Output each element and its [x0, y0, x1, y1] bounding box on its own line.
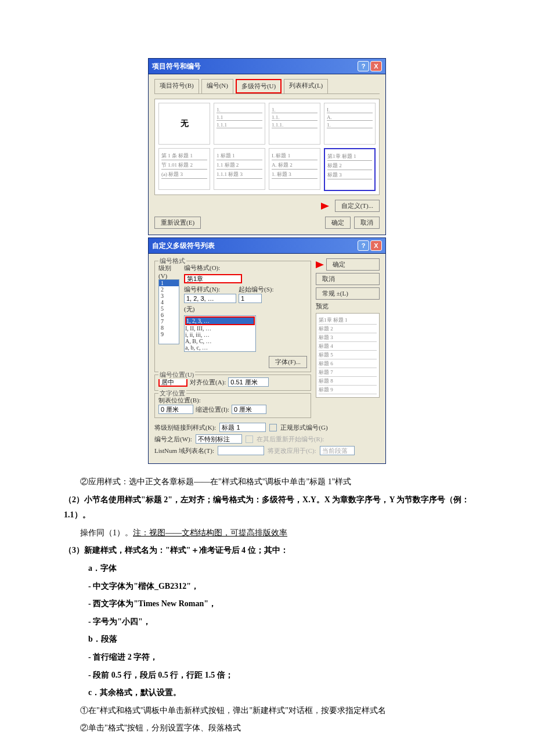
- toggle-normal-button[interactable]: 常规 ±(L): [316, 287, 380, 300]
- para-c-default: c．其余格式，默认设置。: [64, 685, 470, 701]
- font-button[interactable]: 字体(F)...: [269, 356, 307, 368]
- close-icon[interactable]: X: [370, 240, 382, 251]
- cancel-button[interactable]: 取消: [316, 273, 380, 285]
- preview-box: 第1章 标题 1 标题 2 标题 3 标题 4 标题 5 标题 6 标题 7 标…: [316, 313, 380, 398]
- reset-button[interactable]: 重新设置(E): [154, 217, 201, 229]
- para-step2: （2）小节名使用样式"标题 2"，左对齐；编号格式为：多级符号，X.Y。X 为章…: [64, 492, 470, 523]
- cell-r2c4-selected[interactable]: 第1章 标题 1 标题 2 标题 3: [324, 148, 376, 191]
- ok-button[interactable]: 确定: [325, 217, 351, 229]
- para-size: - 字号为"小四"，: [64, 614, 470, 630]
- tab-bullets[interactable]: 项目符号(B): [154, 79, 199, 93]
- para-newstyle-step1: ①在"样式和格式"调板中单击新样式按钮，弹出"新建样式"对话框，按要求指定样式名: [64, 703, 470, 719]
- tab-outline[interactable]: 多级符号(U): [236, 79, 282, 93]
- ok-button[interactable]: 确定: [326, 258, 380, 271]
- dialog2-titlebar: 自定义多级符号列表 ? X: [149, 238, 385, 254]
- para-newstyle-step2: ②单击"格式"按钮，分别设置字体、段落格式: [64, 721, 470, 736]
- restart-checkbox[interactable]: [246, 435, 253, 443]
- follow-number-select[interactable]: [196, 434, 242, 444]
- indent-input[interactable]: [232, 405, 266, 414]
- para-b-paragraph: b．段落: [64, 632, 470, 647]
- number-format-input[interactable]: [184, 274, 242, 283]
- close-icon[interactable]: X: [370, 61, 382, 71]
- cell-r1c3[interactable]: 1. 1.1. 1.1.1.: [269, 103, 320, 145]
- cell-r2c3[interactable]: I. 标题 1 A. 标题 2 1. 标题 3: [269, 148, 320, 190]
- para-op-note: 操作同（1）。注：视图——文档结构图，可提高排版效率: [64, 525, 470, 541]
- para-spacing: - 段前 0.5 行，段后 0.5 行，行距 1.5 倍；: [64, 668, 470, 683]
- para-step3: （3）新建样式，样式名为："样式"＋准考证号后 4 位；其中：: [64, 543, 470, 559]
- level-list[interactable]: 1 234 567 89: [158, 279, 179, 344]
- dialog1-tabs: 项目符号(B) 编号(N) 多级符号(U) 列表样式(L): [154, 79, 380, 94]
- apply-to-select[interactable]: [320, 446, 355, 455]
- number-style-select[interactable]: [184, 294, 236, 303]
- text-position-group: 文字位置 制表位位置(B): 缩进位置(I):: [154, 393, 311, 418]
- cell-r2c2[interactable]: 1 标题 1 1.1 标题 2 1.1.1 标题 3: [214, 148, 265, 190]
- document-body: ②应用样式：选中正文各章标题——在"样式和格式"调板中单击"标题 1"样式 （2…: [64, 474, 470, 736]
- para-en-font: - 西文字体为"Times New Roman"，: [64, 596, 470, 612]
- cell-r1c2[interactable]: 1. 1.1 1.1.1: [214, 103, 265, 145]
- arrow-icon: [316, 261, 324, 268]
- link-style-select[interactable]: [219, 423, 266, 432]
- cell-r1c4[interactable]: I. A. 1.: [324, 103, 376, 145]
- bullets-numbering-dialog: 项目符号和编号 ? X 项目符号(B) 编号(N) 多级符号(U) 列表样式(L…: [148, 58, 386, 235]
- number-position-group: 编号位置(U) 对齐位置(A):: [154, 375, 311, 391]
- dialog1-title: 项目符号和编号: [152, 62, 201, 71]
- number-format-group: 编号格式 级别(V) 1 234 567 89: [154, 261, 311, 372]
- cell-none[interactable]: 无: [158, 103, 210, 145]
- customize-button[interactable]: 自定义(T)...: [335, 200, 380, 212]
- arrow-icon: [321, 203, 329, 210]
- tab-liststyle[interactable]: 列表样式(L): [284, 79, 328, 93]
- style-dropdown[interactable]: 1, 2, 3, … I, II, III, … i, ii, iii, … A…: [184, 315, 256, 352]
- dialog1-titlebar: 项目符号和编号 ? X: [149, 59, 385, 74]
- help-icon[interactable]: ?: [358, 61, 369, 71]
- para-apply-style: ②应用样式：选中正文各章标题——在"样式和格式"调板中单击"标题 1"样式: [64, 474, 470, 490]
- customize-outline-dialog: 自定义多级符号列表 ? X 编号格式 级别(V): [148, 237, 386, 464]
- tab-numbers[interactable]: 编号(N): [201, 79, 233, 93]
- cancel-button[interactable]: 取消: [354, 217, 380, 229]
- start-at-input[interactable]: [239, 294, 262, 303]
- para-firstline: - 首行缩进 2 字符，: [64, 650, 470, 665]
- cell-r2c1[interactable]: 第 1 条 标题 1 节 1.01 标题 2 (a) 标题 3: [158, 148, 210, 190]
- tab-pos-input[interactable]: [158, 405, 193, 414]
- para-a-font: a．字体: [64, 561, 470, 577]
- help-icon[interactable]: ?: [358, 240, 369, 251]
- dialog2-title: 自定义多级符号列表: [152, 241, 215, 251]
- listnum-input[interactable]: [218, 446, 264, 455]
- legal-checkbox[interactable]: [269, 424, 277, 431]
- align-at-input[interactable]: [228, 377, 269, 387]
- para-cn-font: - 中文字体为"楷体_GB2312"，: [64, 579, 470, 595]
